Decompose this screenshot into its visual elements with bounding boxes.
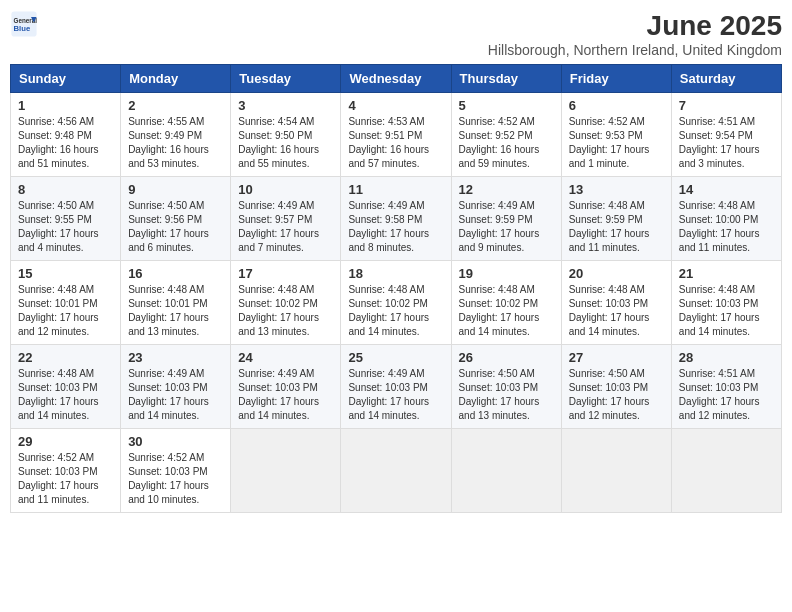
subtitle: Hillsborough, Northern Ireland, United K… xyxy=(488,42,782,58)
cell-text: Sunrise: 4:52 AMSunset: 9:53 PMDaylight:… xyxy=(569,116,650,169)
calendar-week-1: 1 Sunrise: 4:56 AMSunset: 9:48 PMDayligh… xyxy=(11,93,782,177)
cell-text: Sunrise: 4:48 AMSunset: 10:03 PMDaylight… xyxy=(569,284,650,337)
cell-text: Sunrise: 4:49 AMSunset: 9:57 PMDaylight:… xyxy=(238,200,319,253)
calendar-cell: 9 Sunrise: 4:50 AMSunset: 9:56 PMDayligh… xyxy=(121,177,231,261)
cell-text: Sunrise: 4:48 AMSunset: 10:00 PMDaylight… xyxy=(679,200,760,253)
calendar-cell: 27 Sunrise: 4:50 AMSunset: 10:03 PMDayli… xyxy=(561,345,671,429)
day-number: 1 xyxy=(18,98,113,113)
day-number: 5 xyxy=(459,98,554,113)
day-number: 24 xyxy=(238,350,333,365)
cell-text: Sunrise: 4:50 AMSunset: 10:03 PMDaylight… xyxy=(569,368,650,421)
calendar-week-3: 15 Sunrise: 4:48 AMSunset: 10:01 PMDayli… xyxy=(11,261,782,345)
title-area: June 2025 Hillsborough, Northern Ireland… xyxy=(488,10,782,58)
calendar-week-5: 29 Sunrise: 4:52 AMSunset: 10:03 PMDayli… xyxy=(11,429,782,513)
calendar-header-row: SundayMondayTuesdayWednesdayThursdayFrid… xyxy=(11,65,782,93)
day-number: 23 xyxy=(128,350,223,365)
cell-text: Sunrise: 4:54 AMSunset: 9:50 PMDaylight:… xyxy=(238,116,319,169)
calendar-cell xyxy=(341,429,451,513)
day-number: 4 xyxy=(348,98,443,113)
day-number: 10 xyxy=(238,182,333,197)
day-number: 13 xyxy=(569,182,664,197)
day-header-sunday: Sunday xyxy=(11,65,121,93)
calendar-cell: 11 Sunrise: 4:49 AMSunset: 9:58 PMDaylig… xyxy=(341,177,451,261)
cell-text: Sunrise: 4:56 AMSunset: 9:48 PMDaylight:… xyxy=(18,116,99,169)
calendar-cell: 23 Sunrise: 4:49 AMSunset: 10:03 PMDayli… xyxy=(121,345,231,429)
cell-text: Sunrise: 4:48 AMSunset: 10:02 PMDaylight… xyxy=(459,284,540,337)
day-number: 26 xyxy=(459,350,554,365)
day-header-thursday: Thursday xyxy=(451,65,561,93)
cell-text: Sunrise: 4:53 AMSunset: 9:51 PMDaylight:… xyxy=(348,116,429,169)
calendar-cell xyxy=(231,429,341,513)
main-title: June 2025 xyxy=(488,10,782,42)
calendar-table: SundayMondayTuesdayWednesdayThursdayFrid… xyxy=(10,64,782,513)
header: General Blue June 2025 Hillsborough, Nor… xyxy=(10,10,782,58)
day-number: 2 xyxy=(128,98,223,113)
cell-text: Sunrise: 4:55 AMSunset: 9:49 PMDaylight:… xyxy=(128,116,209,169)
cell-text: Sunrise: 4:50 AMSunset: 9:56 PMDaylight:… xyxy=(128,200,209,253)
day-number: 16 xyxy=(128,266,223,281)
day-number: 11 xyxy=(348,182,443,197)
cell-text: Sunrise: 4:49 AMSunset: 10:03 PMDaylight… xyxy=(238,368,319,421)
day-number: 15 xyxy=(18,266,113,281)
cell-text: Sunrise: 4:51 AMSunset: 9:54 PMDaylight:… xyxy=(679,116,760,169)
day-number: 27 xyxy=(569,350,664,365)
day-number: 12 xyxy=(459,182,554,197)
calendar-cell: 29 Sunrise: 4:52 AMSunset: 10:03 PMDayli… xyxy=(11,429,121,513)
calendar-week-2: 8 Sunrise: 4:50 AMSunset: 9:55 PMDayligh… xyxy=(11,177,782,261)
calendar-cell: 24 Sunrise: 4:49 AMSunset: 10:03 PMDayli… xyxy=(231,345,341,429)
cell-text: Sunrise: 4:48 AMSunset: 9:59 PMDaylight:… xyxy=(569,200,650,253)
cell-text: Sunrise: 4:48 AMSunset: 10:01 PMDaylight… xyxy=(128,284,209,337)
calendar-cell xyxy=(561,429,671,513)
day-header-tuesday: Tuesday xyxy=(231,65,341,93)
calendar-cell xyxy=(671,429,781,513)
calendar-cell: 2 Sunrise: 4:55 AMSunset: 9:49 PMDayligh… xyxy=(121,93,231,177)
cell-text: Sunrise: 4:52 AMSunset: 10:03 PMDaylight… xyxy=(128,452,209,505)
svg-text:Blue: Blue xyxy=(14,24,31,33)
day-number: 25 xyxy=(348,350,443,365)
day-number: 21 xyxy=(679,266,774,281)
calendar-cell: 5 Sunrise: 4:52 AMSunset: 9:52 PMDayligh… xyxy=(451,93,561,177)
logo-icon: General Blue xyxy=(10,10,38,38)
calendar-cell: 7 Sunrise: 4:51 AMSunset: 9:54 PMDayligh… xyxy=(671,93,781,177)
cell-text: Sunrise: 4:48 AMSunset: 10:01 PMDaylight… xyxy=(18,284,99,337)
calendar-cell: 13 Sunrise: 4:48 AMSunset: 9:59 PMDaylig… xyxy=(561,177,671,261)
day-number: 6 xyxy=(569,98,664,113)
calendar-cell: 25 Sunrise: 4:49 AMSunset: 10:03 PMDayli… xyxy=(341,345,451,429)
calendar-cell: 10 Sunrise: 4:49 AMSunset: 9:57 PMDaylig… xyxy=(231,177,341,261)
day-number: 29 xyxy=(18,434,113,449)
cell-text: Sunrise: 4:48 AMSunset: 10:03 PMDaylight… xyxy=(18,368,99,421)
calendar-cell: 19 Sunrise: 4:48 AMSunset: 10:02 PMDayli… xyxy=(451,261,561,345)
calendar-cell: 17 Sunrise: 4:48 AMSunset: 10:02 PMDayli… xyxy=(231,261,341,345)
day-number: 19 xyxy=(459,266,554,281)
calendar-cell: 1 Sunrise: 4:56 AMSunset: 9:48 PMDayligh… xyxy=(11,93,121,177)
cell-text: Sunrise: 4:48 AMSunset: 10:03 PMDaylight… xyxy=(679,284,760,337)
cell-text: Sunrise: 4:49 AMSunset: 9:58 PMDaylight:… xyxy=(348,200,429,253)
cell-text: Sunrise: 4:49 AMSunset: 10:03 PMDaylight… xyxy=(128,368,209,421)
day-number: 18 xyxy=(348,266,443,281)
day-number: 7 xyxy=(679,98,774,113)
cell-text: Sunrise: 4:52 AMSunset: 9:52 PMDaylight:… xyxy=(459,116,540,169)
day-number: 28 xyxy=(679,350,774,365)
day-number: 8 xyxy=(18,182,113,197)
cell-text: Sunrise: 4:48 AMSunset: 10:02 PMDaylight… xyxy=(348,284,429,337)
calendar-cell xyxy=(451,429,561,513)
cell-text: Sunrise: 4:49 AMSunset: 10:03 PMDaylight… xyxy=(348,368,429,421)
day-number: 17 xyxy=(238,266,333,281)
day-header-friday: Friday xyxy=(561,65,671,93)
calendar-cell: 8 Sunrise: 4:50 AMSunset: 9:55 PMDayligh… xyxy=(11,177,121,261)
day-number: 9 xyxy=(128,182,223,197)
calendar-week-4: 22 Sunrise: 4:48 AMSunset: 10:03 PMDayli… xyxy=(11,345,782,429)
calendar-cell: 15 Sunrise: 4:48 AMSunset: 10:01 PMDayli… xyxy=(11,261,121,345)
calendar-cell: 6 Sunrise: 4:52 AMSunset: 9:53 PMDayligh… xyxy=(561,93,671,177)
calendar-cell: 22 Sunrise: 4:48 AMSunset: 10:03 PMDayli… xyxy=(11,345,121,429)
cell-text: Sunrise: 4:50 AMSunset: 9:55 PMDaylight:… xyxy=(18,200,99,253)
calendar-cell: 3 Sunrise: 4:54 AMSunset: 9:50 PMDayligh… xyxy=(231,93,341,177)
day-header-wednesday: Wednesday xyxy=(341,65,451,93)
day-number: 3 xyxy=(238,98,333,113)
calendar-cell: 30 Sunrise: 4:52 AMSunset: 10:03 PMDayli… xyxy=(121,429,231,513)
calendar-cell: 26 Sunrise: 4:50 AMSunset: 10:03 PMDayli… xyxy=(451,345,561,429)
cell-text: Sunrise: 4:50 AMSunset: 10:03 PMDaylight… xyxy=(459,368,540,421)
day-number: 20 xyxy=(569,266,664,281)
calendar-cell: 21 Sunrise: 4:48 AMSunset: 10:03 PMDayli… xyxy=(671,261,781,345)
calendar-cell: 4 Sunrise: 4:53 AMSunset: 9:51 PMDayligh… xyxy=(341,93,451,177)
